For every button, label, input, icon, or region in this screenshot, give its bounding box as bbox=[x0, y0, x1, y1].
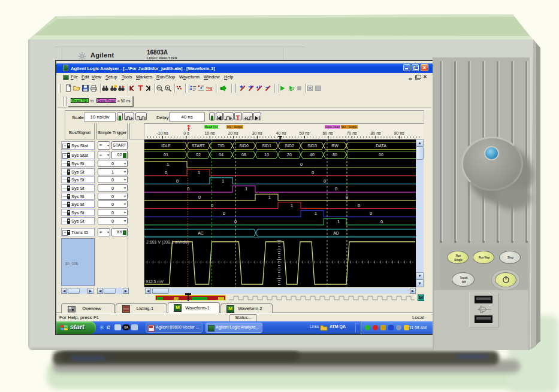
svg-text:1: 1 bbox=[167, 162, 169, 167]
svg-text:SID2: SID2 bbox=[285, 144, 294, 148]
svg-text:1: 1 bbox=[245, 186, 247, 192]
svg-text:IDLE: IDLE bbox=[161, 144, 171, 148]
svg-text:04: 04 bbox=[219, 153, 223, 157]
svg-text:0: 0 bbox=[335, 186, 337, 192]
svg-text:1: 1 bbox=[198, 170, 200, 175]
svg-text:1: 1 bbox=[337, 219, 340, 224]
svg-text:20: 20 bbox=[287, 153, 292, 157]
svg-text:1: 1 bbox=[222, 178, 224, 184]
svg-text:0: 0 bbox=[324, 178, 326, 184]
svg-text:Trig: Trig bbox=[206, 86, 212, 90]
svg-text:0: 0 bbox=[358, 203, 360, 208]
svg-text:SID1: SID1 bbox=[262, 144, 271, 148]
svg-text:02: 02 bbox=[196, 153, 201, 157]
svg-text:08: 08 bbox=[241, 153, 246, 157]
svg-text:80: 80 bbox=[333, 153, 337, 157]
svg-text:0: 0 bbox=[198, 195, 201, 200]
svg-text:01: 01 bbox=[164, 153, 168, 157]
svg-text:T: T bbox=[236, 115, 240, 121]
svg-text:TID: TID bbox=[217, 144, 224, 148]
svg-text:0: 0 bbox=[223, 211, 225, 216]
svg-text:SID3: SID3 bbox=[307, 144, 317, 148]
svg-text:0: 0 bbox=[370, 211, 372, 216]
svg-text:00: 00 bbox=[379, 153, 383, 157]
svg-text:0: 0 bbox=[380, 219, 383, 224]
svg-text:2.681 V (208.1 mV/div): 2.681 V (208.1 mV/div) bbox=[146, 240, 189, 245]
svg-text:0: 0 bbox=[165, 170, 167, 175]
svg-text:40: 40 bbox=[310, 153, 315, 157]
svg-text:0: 0 bbox=[300, 162, 303, 167]
svg-text:SID0: SID0 bbox=[239, 144, 249, 148]
svg-text:10: 10 bbox=[264, 153, 269, 157]
svg-text:1: 1 bbox=[315, 211, 317, 216]
svg-text:1: 1 bbox=[291, 203, 293, 208]
svg-text:AC: AC bbox=[198, 231, 204, 235]
svg-text:912.5 mV: 912.5 mV bbox=[146, 279, 164, 284]
svg-text:START: START bbox=[192, 144, 206, 148]
svg-text:AD: AD bbox=[333, 231, 339, 235]
svg-text:0: 0 bbox=[312, 170, 314, 175]
svg-text:DATA: DATA bbox=[376, 144, 386, 148]
svg-text:0: 0 bbox=[176, 178, 179, 184]
svg-text:1: 1 bbox=[268, 195, 271, 200]
svg-text:0: 0 bbox=[187, 186, 189, 192]
svg-text:RW: RW bbox=[331, 144, 339, 148]
